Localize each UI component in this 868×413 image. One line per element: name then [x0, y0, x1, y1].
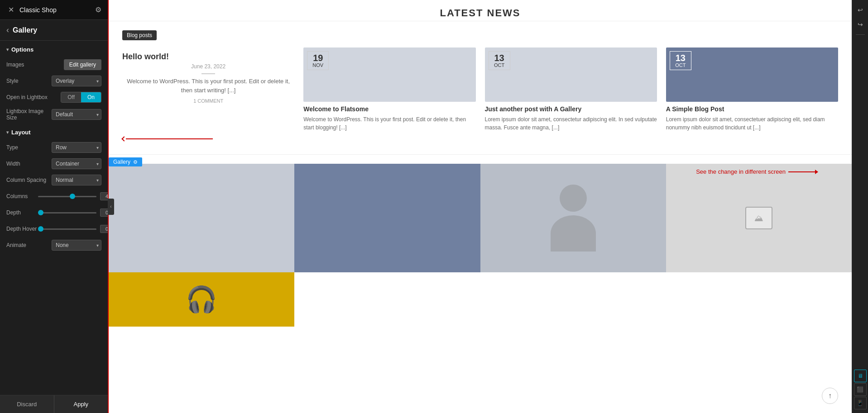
lightbox-off-button[interactable]: Off: [61, 92, 81, 102]
layout-section-label: Layout: [11, 129, 31, 136]
sidebar-footer: Discard Apply: [0, 395, 108, 413]
animate-label: Animate: [6, 242, 38, 248]
app-title: Classic Shop: [19, 6, 57, 14]
blog-card-3-date-badge: 13 Oct: [670, 51, 691, 70]
lightbox-label: Open in Lightbox: [6, 94, 48, 100]
sidebar-header: ✕ Classic Shop ⚙: [0, 0, 108, 20]
columns-label: Columns: [6, 193, 38, 199]
blog-card-0-title: Hello world!: [122, 52, 294, 62]
lightbox-toggle-group: Off On: [61, 92, 101, 103]
blog-card-3-month: Oct: [675, 62, 686, 68]
discard-button[interactable]: Discard: [0, 395, 54, 413]
section-title-wrapper: LATEST NEWS: [109, 0, 852, 21]
type-label: Type: [6, 144, 38, 151]
lightbox-size-control: Default Large Medium: [52, 109, 101, 120]
options-section-header[interactable]: ▾ Options: [0, 41, 108, 57]
blog-card-3: 13 Oct A Simple Blog Post Lorem ipsum do…: [666, 47, 838, 132]
width-select[interactable]: Container Full Width: [52, 158, 101, 169]
gallery-gear-icon[interactable]: ⚙: [133, 159, 138, 165]
lightbox-field: Open in Lightbox Off On: [0, 89, 108, 105]
headphone-icon: 🎧: [186, 285, 217, 314]
gallery-second-row-0: 🎧: [109, 272, 294, 327]
depth-hover-field: Depth Hover 0: [0, 221, 108, 237]
chevron-icon: ▾: [6, 47, 9, 52]
depth-hover-slider[interactable]: [38, 228, 96, 230]
depth-slider[interactable]: [38, 212, 96, 214]
layout-section-header[interactable]: ▾ Layout: [0, 123, 108, 139]
lightbox-size-label: Lightbox Image Size: [6, 108, 52, 121]
blog-card-3-thumb: 13 Oct: [666, 47, 838, 102]
columns-control: 4: [38, 192, 108, 200]
depth-hover-control: 0: [38, 225, 108, 233]
blog-grid: Hello world! June 23, 2022 Welcome to Wo…: [122, 47, 838, 132]
columns-slider[interactable]: [38, 196, 96, 197]
back-button[interactable]: ‹: [6, 25, 9, 35]
gallery-second-row: 🎧: [109, 272, 852, 327]
depth-control: 0: [38, 209, 108, 217]
type-control: Row Grid: [38, 142, 101, 153]
width-control: Container Full Width: [38, 158, 101, 169]
animate-select[interactable]: None Fade Slide Up: [52, 240, 101, 251]
person-body: [551, 215, 596, 252]
settings-icon[interactable]: ⚙: [95, 5, 101, 14]
column-spacing-select[interactable]: Normal Small None: [52, 175, 101, 185]
blog-card-3-text: Lorem ipsum dolor sit amet, consectetuer…: [666, 115, 838, 132]
undo-button[interactable]: ↩: [854, 4, 867, 16]
mobile-view-button[interactable]: 📱: [854, 397, 867, 409]
gallery-item-0: [109, 164, 294, 272]
lightbox-size-field: Lightbox Image Size Default Large Medium: [0, 105, 108, 123]
animate-control: None Fade Slide Up: [38, 240, 101, 251]
person-silhouette: [551, 185, 596, 252]
images-control: Edit gallery: [38, 59, 101, 70]
blog-card-1-title: Welcome to Flatsome: [303, 105, 475, 113]
gallery-label-text: Gallery: [113, 159, 130, 165]
style-label: Style: [6, 78, 38, 84]
blog-card-0-comment: 1 COMMENT: [122, 98, 294, 104]
type-field: Type Row Grid: [0, 139, 108, 156]
depth-hover-value: 0: [100, 225, 108, 233]
blog-card-2-date-badge: 13 Oct: [489, 51, 510, 70]
annotation-arrow: [788, 171, 815, 172]
tablet-view-button[interactable]: ⬛: [854, 383, 867, 396]
style-dropdown-wrapper: Overlay Default Masonry: [52, 76, 101, 86]
type-dropdown-wrapper: Row Grid: [52, 142, 101, 153]
sidebar: ✕ Classic Shop ⚙ ‹ Gallery ▾ Options Ima…: [0, 0, 109, 413]
layout-chevron-icon: ▾: [6, 130, 9, 135]
redo-button[interactable]: ↪: [854, 18, 867, 31]
sidebar-header-left: ✕ Classic Shop: [6, 5, 57, 15]
image-placeholder: [745, 207, 772, 229]
blog-posts-section: Blog posts Hello world! June 23, 2022 We…: [109, 21, 852, 155]
blog-card-2: 13 Oct Just another post with A Gallery …: [485, 47, 657, 132]
type-select[interactable]: Row Grid: [52, 142, 101, 153]
gallery-label: Gallery ⚙: [109, 157, 142, 166]
depth-field: Depth 0: [0, 204, 108, 221]
lightbox-size-select[interactable]: Default Large Medium: [52, 109, 101, 120]
blog-card-1: 19 Nov Welcome to Flatsome Welcome to Wo…: [303, 47, 475, 132]
arrow-line: [126, 138, 213, 139]
lightbox-size-dropdown-wrapper: Default Large Medium: [52, 109, 101, 120]
depth-value: 0: [100, 209, 108, 217]
blog-card-2-month: Oct: [494, 62, 504, 68]
right-panel-divider: [856, 34, 865, 35]
blog-card-1-text: Welcome to WordPress. This is your first…: [303, 115, 475, 132]
columns-field: Columns 4: [0, 188, 108, 204]
apply-button[interactable]: Apply: [54, 395, 108, 413]
desktop-view-button[interactable]: 🖥: [854, 370, 867, 382]
edit-gallery-button[interactable]: Edit gallery: [64, 59, 101, 70]
gallery-item-2: [480, 164, 666, 272]
blog-card-0-excerpt: Welcome to WordPress. This is your first…: [122, 77, 294, 95]
main-content: LATEST NEWS Blog posts Hello world! June…: [109, 0, 852, 413]
annotation-text: See the change in different screen: [696, 168, 786, 175]
blog-card-0-date: June 23, 2022: [122, 63, 294, 70]
gallery-section: Gallery ⚙ See the change in different sc…: [109, 164, 852, 327]
scroll-to-top-button[interactable]: ↑: [822, 388, 838, 404]
blog-card-1-month: Nov: [312, 62, 323, 68]
column-spacing-field: Column Spacing Normal Small None: [0, 172, 108, 188]
sidebar-collapse-button[interactable]: ‹: [108, 199, 114, 215]
lightbox-on-button[interactable]: On: [81, 92, 101, 102]
style-control: Overlay Default Masonry: [38, 76, 101, 86]
blog-card-3-day: 13: [676, 53, 686, 62]
close-icon[interactable]: ✕: [6, 5, 16, 15]
panel-header: ‹ Gallery: [0, 20, 108, 41]
style-select[interactable]: Overlay Default Masonry: [52, 76, 101, 86]
